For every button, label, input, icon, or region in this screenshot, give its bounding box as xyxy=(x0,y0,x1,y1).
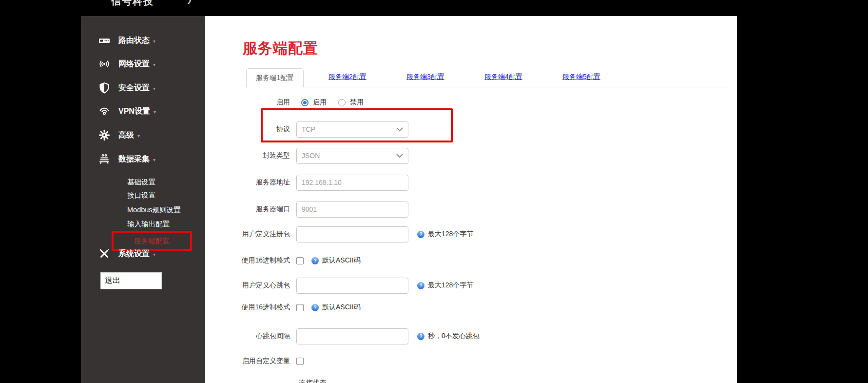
radio-enable-on-label: 启用 xyxy=(313,98,327,107)
encap-type-label: 封装类型 xyxy=(205,151,296,160)
hex-format-label: 使用16进制格式 xyxy=(205,256,296,265)
server-address-input[interactable] xyxy=(296,175,408,191)
sidebar-subitem-basic-settings[interactable]: 基础设置 xyxy=(127,177,155,187)
radio-enable-off[interactable] xyxy=(338,99,346,106)
wireless-signal-icon xyxy=(97,58,112,70)
radio-enable-off-label: 禁用 xyxy=(350,98,364,107)
protocol-select-value: TCP xyxy=(302,125,315,133)
hex-format-checkbox-2[interactable] xyxy=(296,304,304,311)
tab-server1-config[interactable]: 服务端1配置 xyxy=(246,68,304,87)
form-row-hex-format-2: 使用16进制格式 ? 默认ASCII码 xyxy=(205,302,722,312)
form-row-server-port: 服务器端口 xyxy=(205,201,722,218)
sidebar-subitem-io-config[interactable]: 输入输出配置 xyxy=(127,219,170,229)
chevron-right-icon: ❯ xyxy=(187,0,192,4)
server-address-label: 服务器地址 xyxy=(205,178,296,187)
shield-icon xyxy=(97,82,112,94)
main-panel: 服务端配置 服务端1配置 服务端2配置 服务端3配置 服务端4配置 服务端5配置… xyxy=(205,16,737,383)
registration-packet-input[interactable] xyxy=(296,226,408,242)
encap-type-select[interactable]: JSON xyxy=(296,148,408,164)
help-icon[interactable]: ? xyxy=(417,333,424,340)
sidebar-subitem-modbus-rules[interactable]: Modbus规则设置 xyxy=(127,205,181,215)
protocol-label: 协议 xyxy=(205,125,296,134)
tab-server4-config[interactable]: 服务端4配置 xyxy=(469,73,538,87)
sidebar-item-data-collection[interactable]: 数据采集 ▾ xyxy=(81,152,205,166)
caret-down-icon: ▾ xyxy=(154,108,156,115)
help-icon[interactable]: ? xyxy=(311,304,319,311)
tab-server3-config[interactable]: 服务端3配置 xyxy=(391,73,460,87)
brand-logo: 信号科技 xyxy=(111,0,154,8)
help-icon[interactable]: ? xyxy=(417,231,424,238)
registration-packet-label: 用户定义注册包 xyxy=(205,230,296,239)
tab-server5-config[interactable]: 服务端5配置 xyxy=(547,73,616,87)
custom-variable-label: 启用自定义变量 xyxy=(205,357,296,365)
sidebar-item-advanced[interactable]: 高级 ▾ xyxy=(81,128,205,142)
vpn-hotspot-icon xyxy=(97,105,112,117)
sidebar-item-label: VPN设置 xyxy=(118,106,150,117)
heartbeat-interval-label: 心跳包间隔 xyxy=(205,332,296,341)
form-row-protocol: 协议 TCP xyxy=(205,121,722,138)
sidebar-subitem-interface-settings[interactable]: 接口设置 xyxy=(127,190,155,200)
tab-server2-config[interactable]: 服务端2配置 xyxy=(313,73,382,87)
tab-bar: 服务端1配置 服务端2配置 服务端3配置 服务端4配置 服务端5配置 xyxy=(246,68,732,87)
heartbeat-packet-input[interactable] xyxy=(296,278,408,294)
registration-packet-hint: 最大128个字节 xyxy=(428,230,473,239)
server-port-input[interactable] xyxy=(296,202,408,218)
custom-variable-checkbox[interactable] xyxy=(296,358,304,365)
logout-button[interactable]: 退出 xyxy=(100,272,162,289)
sidebar-item-label: 高级 xyxy=(118,130,134,141)
caret-down-icon: ▾ xyxy=(153,156,155,162)
sidebar-item-router-status[interactable]: 路由状态 ▾ xyxy=(81,33,205,48)
server-port-label: 服务器端口 xyxy=(205,205,296,214)
sidebar-item-label: 路由状态 xyxy=(118,36,150,46)
protocol-select[interactable]: TCP xyxy=(296,121,408,138)
form-row-custom-variable: 启用自定义变量 xyxy=(205,356,722,366)
caret-down-icon: ▾ xyxy=(137,132,140,139)
form-row-enable: 启用 启用 禁用 xyxy=(205,98,722,107)
encap-type-select-value: JSON xyxy=(302,152,320,160)
router-icon xyxy=(97,35,112,46)
hex-format-label: 使用16进制格式 xyxy=(205,303,296,312)
sidebar-subitem-label: 服务端配置 xyxy=(134,237,170,246)
help-icon[interactable]: ? xyxy=(311,257,319,264)
sidebar-item-label: 系统设置 xyxy=(118,249,150,259)
form-row-registration-packet: 用户定义注册包 ? 最大128个字节 xyxy=(205,226,722,242)
page: 信号科技 ❯ 路由状态 ▾ 网络设置 ▾ 安全设置 ▾ xyxy=(0,0,868,383)
sidebar: 路由状态 ▾ 网络设置 ▾ 安全设置 ▾ VPN设置 ▾ xyxy=(81,16,205,383)
gear-icon xyxy=(97,129,112,141)
topbar: 信号科技 ❯ xyxy=(0,0,868,16)
sidebar-item-vpn-settings[interactable]: VPN设置 ▾ xyxy=(81,104,205,119)
sidebar-item-label: 安全设置 xyxy=(118,83,150,93)
heartbeat-interval-input[interactable] xyxy=(296,328,408,344)
heartbeat-interval-hint: 秒，0不发心跳包 xyxy=(428,332,480,341)
sidebar-item-network-settings[interactable]: 网络设置 ▾ xyxy=(81,57,205,71)
chevron-down-icon xyxy=(396,154,403,158)
heartbeat-packet-hint: 最大128个字节 xyxy=(428,281,473,290)
hex-format-checkbox-1[interactable] xyxy=(296,257,304,264)
hex-format-hint: 默认ASCII码 xyxy=(322,256,361,265)
form-row-heartbeat-packet: 用户定义心跳包 ? 最大128个字节 xyxy=(205,277,722,294)
heartbeat-packet-label: 用户定义心跳包 xyxy=(205,281,296,290)
caret-down-icon: ▾ xyxy=(153,84,155,91)
chevron-down-icon xyxy=(396,127,403,132)
sidebar-item-label: 网络设置 xyxy=(118,59,150,69)
enable-label: 启用 xyxy=(205,98,296,107)
caret-down-icon: ▾ xyxy=(153,250,155,257)
hex-format-hint: 默认ASCII码 xyxy=(322,303,361,312)
form-row-heartbeat-interval: 心跳包间隔 ? 秒，0不发心跳包 xyxy=(205,328,722,344)
page-title: 服务端配置 xyxy=(243,39,318,59)
form-row-encap-type: 封装类型 JSON xyxy=(205,147,722,164)
caret-down-icon: ▾ xyxy=(153,37,155,44)
sidebar-item-system-settings[interactable]: 系统设置 ▾ xyxy=(81,246,205,261)
data-collector-icon xyxy=(97,153,112,165)
radio-enable-on[interactable] xyxy=(301,99,309,106)
help-icon[interactable]: ? xyxy=(417,282,424,289)
sidebar-item-security-settings[interactable]: 安全设置 ▾ xyxy=(81,81,205,95)
form-row-hex-format-1: 使用16进制格式 ? 默认ASCII码 xyxy=(205,256,722,265)
clipped-next-row-label: 连接状态 xyxy=(283,379,342,383)
form-row-server-address: 服务器地址 xyxy=(205,174,722,191)
sidebar-item-label: 数据采集 xyxy=(118,154,150,164)
tools-icon xyxy=(97,248,112,260)
caret-down-icon: ▾ xyxy=(153,60,155,67)
